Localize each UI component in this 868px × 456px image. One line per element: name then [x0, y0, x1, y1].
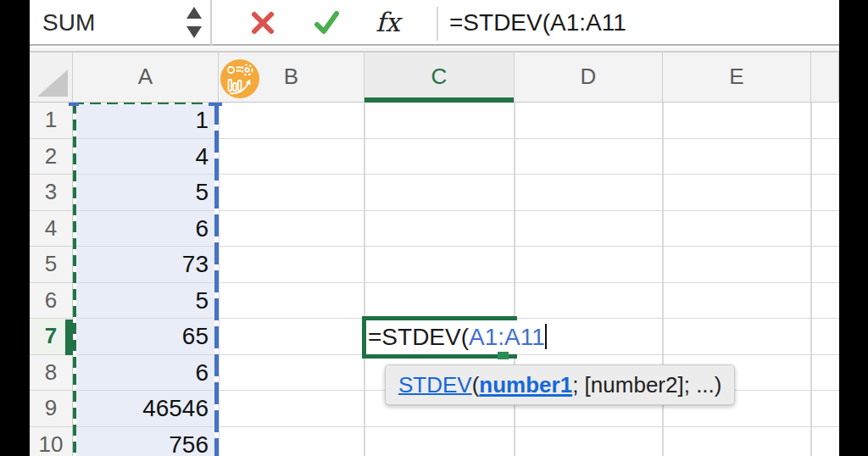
- spinner-up-icon[interactable]: [186, 7, 202, 19]
- select-all-corner[interactable]: [30, 53, 73, 103]
- tooltip-other-arguments: ; [number2]; ...): [572, 372, 721, 398]
- row-header-5[interactable]: 5: [30, 247, 72, 283]
- active-row-indicator: [65, 320, 73, 355]
- active-column-indicator: [364, 97, 514, 103]
- cell-a6[interactable]: 5: [73, 283, 212, 320]
- cell-a1[interactable]: 1: [73, 103, 212, 139]
- column-header-e[interactable]: E: [663, 53, 811, 103]
- letterbox-bar: [0, 0, 30, 456]
- column-header-d[interactable]: D: [515, 53, 663, 103]
- row-header-8[interactable]: 8: [30, 355, 72, 392]
- active-cell-border: [362, 316, 366, 359]
- cell-a8[interactable]: 6: [73, 355, 212, 392]
- formula-input[interactable]: =STDEV(A1:A11: [449, 9, 626, 36]
- text-caret: [545, 324, 547, 349]
- spinner-down-icon[interactable]: [186, 26, 202, 38]
- cell-a3[interactable]: 5: [73, 175, 212, 211]
- confirm-icon[interactable]: [312, 8, 341, 37]
- row-header-9[interactable]: 9: [30, 391, 72, 427]
- row-header-2[interactable]: 2: [30, 139, 72, 175]
- letterbox-bar: [839, 0, 868, 456]
- spreadsheet-window: SUM fx =STDEV(A1:A11 A B C D E: [0, 0, 868, 456]
- column-header-f-partial[interactable]: [811, 53, 839, 103]
- column-header-c-label: C: [431, 64, 448, 89]
- row-header-6[interactable]: 6: [30, 283, 72, 320]
- active-cell-border: [362, 316, 517, 320]
- column-header-c[interactable]: C: [364, 53, 515, 103]
- cell-a9[interactable]: 46546: [73, 391, 212, 427]
- formula-range-reference: A1:A11: [469, 324, 545, 350]
- cell-a2[interactable]: 4: [73, 139, 212, 175]
- fill-handle[interactable]: [498, 352, 509, 359]
- column-header-a[interactable]: A: [73, 53, 219, 103]
- active-cell-border: [362, 354, 517, 359]
- toolbar-separator: [0, 47, 868, 53]
- cell-a4[interactable]: 6: [73, 211, 212, 247]
- gridline: [810, 103, 812, 456]
- cell-a5[interactable]: 73: [73, 247, 212, 283]
- tooltip-current-argument: number1: [479, 372, 572, 398]
- insert-function-icon[interactable]: fx: [376, 7, 400, 37]
- recorder-watermark-icon: [220, 59, 259, 98]
- row-header-column: 1 2 3 4 5 6 7 8 9 10: [30, 103, 73, 456]
- name-box[interactable]: SUM: [42, 9, 95, 36]
- function-name-link[interactable]: STDEV: [398, 372, 472, 398]
- gridline: [364, 103, 365, 456]
- row-header-10[interactable]: 10: [30, 427, 72, 456]
- formula-bar: SUM fx =STDEV(A1:A11: [0, 0, 868, 46]
- cancel-icon[interactable]: [248, 8, 277, 37]
- cell-a7[interactable]: 65: [73, 319, 212, 355]
- divider: [437, 7, 438, 41]
- column-header-row: A B C D E: [0, 53, 868, 103]
- select-all-triangle-icon: [37, 70, 68, 97]
- selection-border-left: [73, 103, 76, 456]
- column-a-cells: 1 4 5 6 73 5 65 6 46546 756: [73, 103, 212, 456]
- row-header-3[interactable]: 3: [30, 175, 72, 211]
- selection-border-right: [214, 103, 219, 456]
- name-box-spinner[interactable]: [185, 6, 203, 40]
- formula-prefix: =STDEV(: [368, 324, 469, 350]
- cell-a10[interactable]: 756: [73, 427, 212, 456]
- row-header-1[interactable]: 1: [30, 103, 72, 139]
- function-hint-tooltip: STDEV(number1; [number2]; ...): [385, 364, 735, 405]
- row-header-4[interactable]: 4: [30, 211, 72, 247]
- active-cell-formula-input[interactable]: =STDEV(A1:A11: [368, 324, 547, 351]
- divider: [210, 0, 212, 46]
